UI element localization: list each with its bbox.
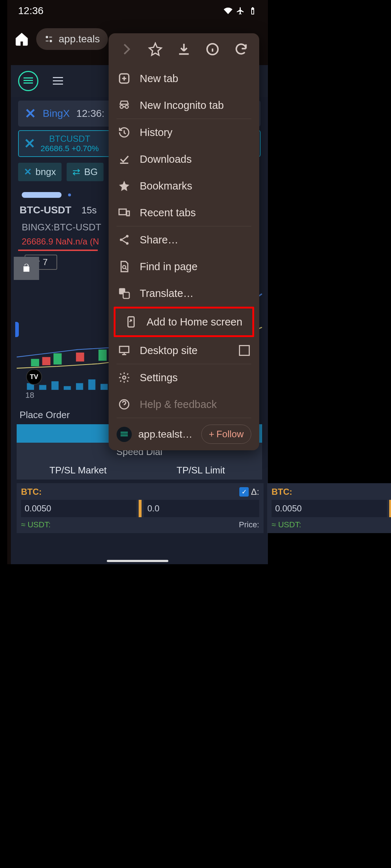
tutorial-highlight: Add to Home screen xyxy=(114,307,254,337)
reload-icon[interactable] xyxy=(234,42,248,56)
svg-rect-34 xyxy=(119,209,126,215)
url-text: app.teals xyxy=(59,33,100,45)
qty-input[interactable] xyxy=(21,500,136,517)
tradingview-badge[interactable]: TV xyxy=(26,369,42,385)
exchange-chip-bg[interactable]: ⇄BG xyxy=(67,163,104,181)
wifi-icon xyxy=(224,7,232,15)
usdt-label: ≈ USDT: xyxy=(272,520,301,529)
order-tab-tpsl-market[interactable]: TP/SL Market xyxy=(17,461,139,480)
menu-label: Desktop site xyxy=(140,345,198,357)
chart-side-tab[interactable] xyxy=(15,322,19,337)
menu-downloads[interactable]: Downloads xyxy=(109,146,259,173)
menu-label: Share… xyxy=(140,234,178,246)
btc-label: BTC: xyxy=(21,487,42,497)
svg-point-44 xyxy=(123,376,126,379)
delta-checkbox[interactable]: ✓ xyxy=(239,487,249,497)
chart-timeframe[interactable]: 15s xyxy=(81,205,97,216)
indicator-pill xyxy=(22,192,62,198)
svg-rect-4 xyxy=(98,350,107,361)
pair-price: 26686.5 +0.70% xyxy=(41,144,99,153)
hamburger-icon[interactable] xyxy=(53,77,63,85)
menu-label: Add to Home screen xyxy=(147,316,242,328)
follow-url: app.tealst… xyxy=(138,429,195,440)
usdt-label: ≈ USDT: xyxy=(21,520,51,529)
bingx-logo-icon: ✕ xyxy=(25,106,36,122)
menu-recent-tabs[interactable]: Recent tabs xyxy=(109,199,259,226)
menu-label: Translate… xyxy=(140,288,194,299)
forward-icon[interactable] xyxy=(119,42,134,56)
menu-new-tab[interactable]: New tab xyxy=(109,65,259,92)
menu-incognito[interactable]: New Incognito tab xyxy=(109,92,259,119)
menu-bookmarks[interactable]: Bookmarks xyxy=(109,173,259,199)
delta-input[interactable] xyxy=(144,500,259,517)
svg-rect-41 xyxy=(123,292,129,298)
menu-find-in-page[interactable]: Find in page xyxy=(109,253,259,280)
plus-icon: + xyxy=(209,429,214,440)
follow-button[interactable]: + Follow xyxy=(201,425,251,444)
star-filled-icon xyxy=(118,180,130,192)
svg-rect-3 xyxy=(54,353,62,365)
input-divider xyxy=(389,500,391,517)
svg-rect-18 xyxy=(88,379,96,390)
desktop-icon xyxy=(118,344,130,357)
menu-label: History xyxy=(140,127,172,139)
nav-handle[interactable] xyxy=(107,560,168,562)
svg-rect-8 xyxy=(42,357,51,365)
url-bar[interactable]: app.teals xyxy=(36,28,108,50)
qty-input[interactable] xyxy=(272,500,387,517)
menu-help[interactable]: Help & feedback xyxy=(109,391,259,418)
follow-label: Follow xyxy=(216,429,244,440)
gear-icon xyxy=(118,371,130,384)
menu-translate[interactable]: Translate… xyxy=(109,280,259,307)
menu-settings[interactable]: Settings xyxy=(109,364,259,391)
desktop-checkbox[interactable] xyxy=(239,345,250,356)
svg-rect-2 xyxy=(31,359,39,366)
svg-point-1 xyxy=(50,40,52,42)
chip-label: BG xyxy=(84,166,98,178)
btc-label: BTC: xyxy=(272,487,292,497)
status-time: 12:36 xyxy=(18,5,43,17)
site-favicon xyxy=(117,427,132,442)
find-page-icon xyxy=(118,260,130,273)
dropdown-value: 7 xyxy=(43,257,47,267)
chart-pair[interactable]: BTC-USDT xyxy=(20,204,71,216)
info-icon[interactable] xyxy=(205,42,220,56)
menu-history[interactable]: History xyxy=(109,119,259,146)
follow-site-row: app.tealst… + Follow xyxy=(109,418,259,450)
svg-rect-43 xyxy=(119,346,129,353)
site-settings-icon xyxy=(44,34,54,44)
incognito-icon xyxy=(118,99,130,111)
star-icon[interactable] xyxy=(148,42,163,56)
history-icon xyxy=(118,126,130,139)
status-underline xyxy=(18,250,98,251)
menu-label: Find in page xyxy=(140,261,198,273)
exchange-chip-bngx[interactable]: ✕bngx xyxy=(18,163,62,181)
exchange-name: BingX xyxy=(43,108,70,119)
svg-rect-16 xyxy=(64,386,71,390)
menu-label: Downloads xyxy=(140,153,192,165)
svg-rect-17 xyxy=(76,383,83,390)
app-logo[interactable] xyxy=(18,71,38,91)
menu-desktop-site[interactable]: Desktop site xyxy=(109,337,259,364)
menu-label: New Incognito tab xyxy=(140,99,224,111)
battery-icon xyxy=(248,7,257,15)
svg-rect-9 xyxy=(76,353,84,362)
home-icon[interactable] xyxy=(14,32,29,46)
svg-rect-35 xyxy=(127,211,129,216)
browser-menu: New tab New Incognito tab History Downlo… xyxy=(109,33,259,450)
delta-label: Δ: xyxy=(251,487,259,497)
menu-share[interactable]: Share… xyxy=(109,226,259,253)
devices-icon xyxy=(118,207,130,219)
svg-rect-14 xyxy=(39,385,46,390)
check-underline-icon xyxy=(118,153,130,165)
airplane-icon xyxy=(236,7,245,15)
menu-label: Bookmarks xyxy=(140,180,192,192)
status-bar: 12:36 xyxy=(7,0,268,22)
download-icon[interactable] xyxy=(177,42,191,56)
order-tab-tpsl-limit[interactable]: TP/SL Limit xyxy=(139,461,262,480)
menu-add-to-home[interactable]: Add to Home screen xyxy=(115,309,252,335)
menu-label: Recent tabs xyxy=(140,207,196,219)
price-label: Price: xyxy=(239,520,259,529)
svg-rect-19 xyxy=(101,384,108,390)
order-cell-right: BTC: ✓ Δ: ≈ USDT: Price: xyxy=(267,483,391,533)
